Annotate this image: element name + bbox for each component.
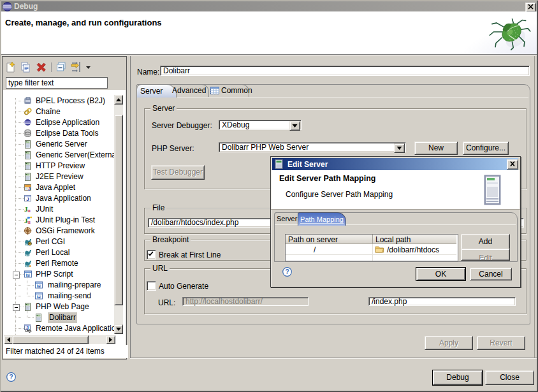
svg-text:u: u: [27, 207, 31, 214]
svg-text:J: J: [26, 326, 29, 330]
svg-text:?: ?: [9, 374, 13, 381]
svg-text:P: P: [38, 284, 41, 288]
svg-text:J: J: [28, 186, 31, 192]
svg-text:J: J: [26, 196, 29, 202]
svg-text:u: u: [27, 219, 31, 225]
svg-text:P: P: [38, 294, 41, 299]
svg-text:?: ?: [285, 268, 289, 275]
